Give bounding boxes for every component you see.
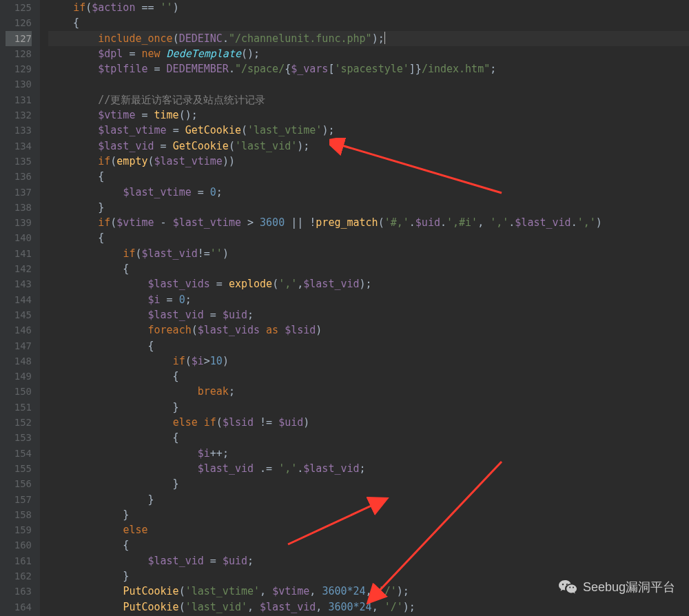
line-number: 131 — [6, 92, 32, 107]
line-number: 126 — [6, 15, 32, 30]
code-line[interactable]: } — [48, 200, 689, 215]
line-number: 154 — [6, 446, 32, 461]
code-line[interactable]: $last_vid .= ','.$last_vid; — [48, 461, 689, 476]
line-number: 149 — [6, 369, 32, 384]
code-line[interactable]: $last_vtime = 0; — [48, 185, 689, 200]
code-line[interactable]: { — [48, 15, 689, 30]
code-line[interactable]: $last_vid = GetCookie('last_vid'); — [48, 138, 689, 154]
line-number: 144 — [6, 292, 32, 307]
line-number: 133 — [6, 123, 32, 138]
text-cursor — [384, 32, 385, 44]
line-number: 125 — [6, 0, 32, 15]
line-number: 164 — [6, 599, 32, 615]
line-number: 138 — [6, 200, 32, 215]
line-number: 129 — [6, 61, 32, 76]
code-line[interactable]: else — [48, 522, 689, 537]
line-number: 132 — [6, 107, 32, 123]
line-number: 163 — [6, 584, 32, 599]
code-line[interactable]: //更新最近访客记录及站点统计记录 — [48, 92, 689, 107]
line-number: 141 — [6, 246, 32, 261]
line-number: 130 — [6, 76, 32, 92]
code-line[interactable]: } — [48, 507, 689, 522]
code-line[interactable]: if($action == '') — [48, 0, 689, 15]
code-line[interactable]: } — [48, 476, 689, 491]
line-number: 143 — [6, 276, 32, 291]
line-number: 142 — [6, 261, 32, 276]
line-number: 152 — [6, 415, 32, 430]
code-line[interactable]: { — [48, 430, 689, 445]
code-line[interactable]: if($i>10) — [48, 353, 689, 369]
code-line[interactable]: { — [48, 230, 689, 245]
code-line[interactable]: $i++; — [48, 446, 689, 461]
code-line[interactable]: foreach($last_vids as $lsid) — [48, 322, 689, 338]
code-line[interactable]: } — [48, 492, 689, 507]
code-line[interactable]: if($last_vid!='') — [48, 246, 689, 261]
code-line[interactable]: $i = 0; — [48, 292, 689, 307]
code-line[interactable]: if(empty($last_vtime)) — [48, 154, 689, 169]
code-line[interactable]: include_once(DEDEINC."/channelunit.func.… — [48, 31, 689, 46]
line-number: 162 — [6, 568, 32, 584]
line-number: 137 — [6, 185, 32, 200]
code-line[interactable] — [48, 76, 689, 92]
line-number: 156 — [6, 476, 32, 491]
line-number: 134 — [6, 138, 32, 154]
code-editor[interactable]: 1251261271281291301311321331341351361371… — [0, 0, 689, 616]
line-number: 139 — [6, 215, 32, 230]
code-line[interactable]: if($vtime - $last_vtime > 3600 || !preg_… — [48, 215, 689, 230]
code-line[interactable]: { — [48, 537, 689, 553]
line-number: 135 — [6, 154, 32, 169]
code-line[interactable]: } — [48, 400, 689, 415]
line-number: 155 — [6, 461, 32, 476]
line-number: 159 — [6, 522, 32, 537]
line-number: 148 — [6, 353, 32, 369]
line-number: 127 — [6, 31, 32, 46]
line-number: 140 — [6, 230, 32, 245]
code-line[interactable]: $dpl = new DedeTemplate(); — [48, 46, 689, 61]
code-line[interactable]: { — [48, 169, 689, 184]
line-number: 151 — [6, 400, 32, 415]
watermark: Seebug漏洞平台 — [558, 579, 675, 595]
line-number: 147 — [6, 338, 32, 353]
watermark-text: Seebug漏洞平台 — [583, 579, 675, 595]
code-area[interactable]: if($action == '') { include_once(DEDEINC… — [40, 0, 689, 616]
code-line[interactable]: else if($lsid != $uid) — [48, 415, 689, 430]
line-number: 136 — [6, 169, 32, 184]
code-line[interactable]: PutCookie('last_vid', $last_vid, 3600*24… — [48, 599, 689, 615]
line-number: 145 — [6, 307, 32, 322]
wechat-icon — [558, 579, 577, 595]
code-line[interactable]: break; — [48, 384, 689, 399]
line-number: 160 — [6, 537, 32, 553]
line-number: 157 — [6, 492, 32, 507]
code-line[interactable]: { — [48, 261, 689, 276]
code-line[interactable]: $vtime = time(); — [48, 107, 689, 123]
line-number: 153 — [6, 430, 32, 445]
code-line[interactable]: $last_vtime = GetCookie('last_vtime'); — [48, 123, 689, 138]
line-number: 150 — [6, 384, 32, 399]
code-line[interactable]: $last_vid = $uid; — [48, 307, 689, 322]
line-number-gutter: 1251261271281291301311321331341351361371… — [0, 0, 40, 616]
line-number: 128 — [6, 46, 32, 61]
line-number: 158 — [6, 507, 32, 522]
line-number: 146 — [6, 322, 32, 338]
code-line[interactable]: $tplfile = DEDEMEMBER."/space/{$_vars['s… — [48, 61, 689, 76]
line-number: 161 — [6, 553, 32, 568]
code-line[interactable]: $last_vids = explode(',',$last_vid); — [48, 276, 689, 291]
code-line[interactable]: { — [48, 369, 689, 384]
code-line[interactable]: { — [48, 338, 689, 353]
code-line[interactable]: $last_vid = $uid; — [48, 553, 689, 568]
